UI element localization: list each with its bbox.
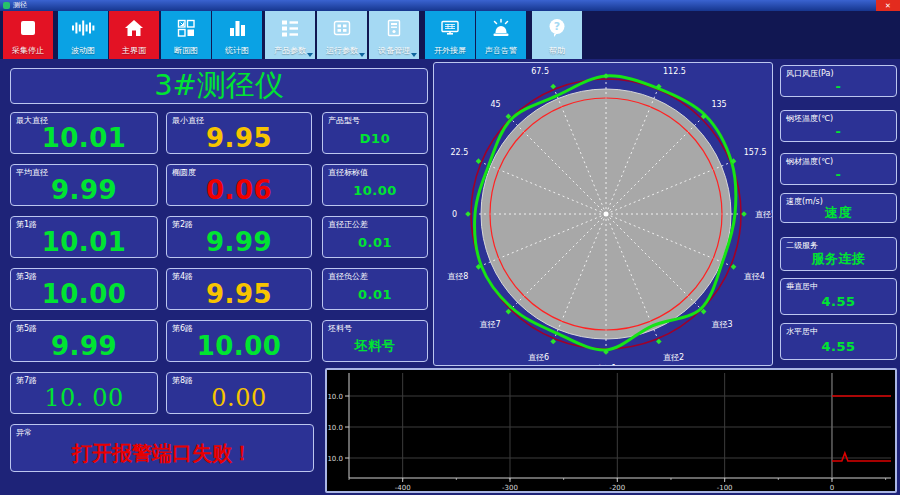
cross-section-chart-panel: 022.54567.590112.5135157.5直径5直径4直径3直径2直径… [433, 62, 773, 366]
cross-section-chart: 022.54567.590112.5135157.5直径5直径4直径3直径2直径… [434, 63, 772, 365]
trend-chart-panel: 10.010.010.0-400-300-200-1000 [325, 368, 897, 493]
help-button[interactable]: ?帮助 [532, 11, 582, 59]
channel-5-value: 9.99 [11, 331, 157, 361]
external-screen-icon [425, 11, 475, 45]
channel-2-box: 第2路9.99 [166, 216, 312, 258]
svg-text:67.5: 67.5 [531, 67, 549, 76]
sound-alarm-button-label: 声音告警 [485, 45, 517, 56]
channel-7-box: 第7路10. 00 [10, 372, 158, 414]
svg-text:22.5: 22.5 [450, 148, 468, 157]
svg-text:?: ? [554, 20, 560, 33]
external-screen-button-label: 开外接屏 [434, 45, 466, 56]
air-pressure-box: 风口风压(Pa)- [780, 65, 897, 97]
close-button[interactable]: ✕ [876, 0, 900, 11]
svg-text:-400: -400 [395, 484, 411, 491]
alarm-box: 异常 打开报警端口失败！ [10, 424, 314, 472]
ovality-box: 椭圆度0.06 [166, 164, 312, 206]
svg-text:10.0: 10.0 [327, 424, 343, 432]
home-icon [109, 11, 159, 45]
section-view-button[interactable]: 断面图 [161, 11, 211, 59]
svg-text:112.5: 112.5 [663, 67, 686, 76]
wave-chart-button[interactable]: 波动图 [58, 11, 108, 59]
run-params-button-label: 运行参数 [326, 45, 358, 56]
svg-text:45: 45 [490, 100, 500, 109]
product-params-button[interactable]: 产品参数 [265, 11, 315, 59]
steel-temperature-box: 钢材温度(℃)- [780, 153, 897, 185]
device-manage-button[interactable]: 设备管理 [369, 11, 419, 59]
horizontal-center-value: 4.55 [781, 334, 896, 359]
nominal-diameter-value: 10.00 [323, 175, 427, 205]
avg-diameter-value: 9.99 [11, 175, 157, 205]
svg-text:-100: -100 [717, 484, 733, 491]
upper-tolerance-value: 0.01 [323, 227, 427, 257]
main-screen-button-label: 主界面 [122, 45, 146, 56]
channel-1-box: 第1路10.01 [10, 216, 158, 258]
window-title: 测径 [13, 0, 27, 11]
app-icon [3, 2, 10, 9]
product-model-box: 产品型号D10 [322, 112, 428, 154]
waveform-icon [58, 11, 108, 45]
section-view-icon [161, 11, 211, 45]
svg-text:直径6: 直径6 [528, 353, 549, 362]
svg-text:直径5: 直径5 [755, 210, 772, 219]
svg-text:-200: -200 [609, 484, 625, 491]
svg-text:直径2: 直径2 [663, 353, 684, 362]
dropdown-arrow-icon [411, 53, 417, 57]
svg-text:-300: -300 [502, 484, 518, 491]
section-view-button-label: 断面图 [174, 45, 198, 56]
svg-text:直径3: 直径3 [711, 320, 732, 329]
statistics-button[interactable]: 统计图 [212, 11, 262, 59]
billet-temperature-box: 钢坯温度(℃)- [780, 110, 897, 142]
channel-3-box: 第3路10.00 [10, 268, 158, 310]
svg-text:直径4: 直径4 [744, 272, 765, 281]
channel-4-value: 9.95 [167, 279, 311, 309]
air-pressure-value: - [781, 76, 896, 96]
billet-temperature-value: - [781, 121, 896, 141]
channel-5-box: 第5路9.99 [10, 320, 158, 362]
bar-chart-icon [212, 11, 262, 45]
channel-6-box: 第6路10.00 [166, 320, 312, 362]
svg-text:直径8: 直径8 [447, 272, 468, 281]
svg-text:直径7: 直径7 [480, 320, 501, 329]
run-params-button[interactable]: 运行参数 [317, 11, 367, 59]
svg-text:0: 0 [452, 210, 457, 219]
min-diameter-value: 9.95 [167, 123, 311, 153]
channel-6-value: 10.00 [167, 331, 311, 361]
max-diameter-value: 10.01 [11, 123, 157, 153]
acquisition-stop-button[interactable]: 采集停止 [3, 11, 53, 59]
toolbar: 采集停止波动图主界面断面图统计图产品参数运行参数设备管理开外接屏声音告警?帮助 [0, 11, 900, 59]
statistics-button-label: 统计图 [225, 45, 249, 56]
sound-alarm-button[interactable]: 声音告警 [476, 11, 526, 59]
acquisition-stop-button-label: 采集停止 [12, 45, 44, 56]
speed-box: 速度(m/s)速度 [780, 193, 897, 223]
device-manage-button-label: 设备管理 [378, 45, 410, 56]
max-diameter-box: 最大直径10.01 [10, 112, 158, 154]
horizontal-center-box: 水平居中4.55 [780, 323, 897, 360]
vertical-center-box: 垂直居中4.55 [780, 278, 897, 315]
channel-3-value: 10.00 [11, 279, 157, 309]
stop-icon [3, 11, 53, 45]
avg-diameter-box: 平均直径9.99 [10, 164, 158, 206]
sound-alarm-icon [476, 11, 526, 45]
wave-chart-button-label: 波动图 [71, 45, 95, 56]
window-titlebar: 测径 ✕ [0, 0, 900, 11]
main-screen-button[interactable]: 主界面 [109, 11, 159, 59]
billet-number-value: 坯料号 [323, 331, 427, 361]
channel-7-value: 10. 00 [11, 383, 157, 413]
alarm-message: 打开报警端口失败！ [11, 435, 313, 471]
channel-2-value: 9.99 [167, 227, 311, 257]
channel-4-box: 第4路9.95 [166, 268, 312, 310]
external-screen-button[interactable]: 开外接屏 [425, 11, 475, 59]
product-model-value: D10 [323, 123, 427, 153]
dropdown-arrow-icon [359, 53, 365, 57]
steel-temperature-value: - [781, 164, 896, 184]
svg-text:10.0: 10.0 [327, 455, 343, 463]
channel-8-box: 第8路0.00 [166, 372, 312, 414]
product-params-button-label: 产品参数 [274, 45, 306, 56]
lower-tolerance-box: 直径负公差0.01 [322, 268, 428, 310]
l2-service-box: 二级服务服务连接 [780, 237, 897, 271]
svg-text:135: 135 [711, 100, 726, 109]
help-icon: ? [532, 11, 582, 45]
gauge-title: 3#测径仪 [154, 66, 284, 106]
dropdown-arrow-icon [307, 53, 313, 57]
